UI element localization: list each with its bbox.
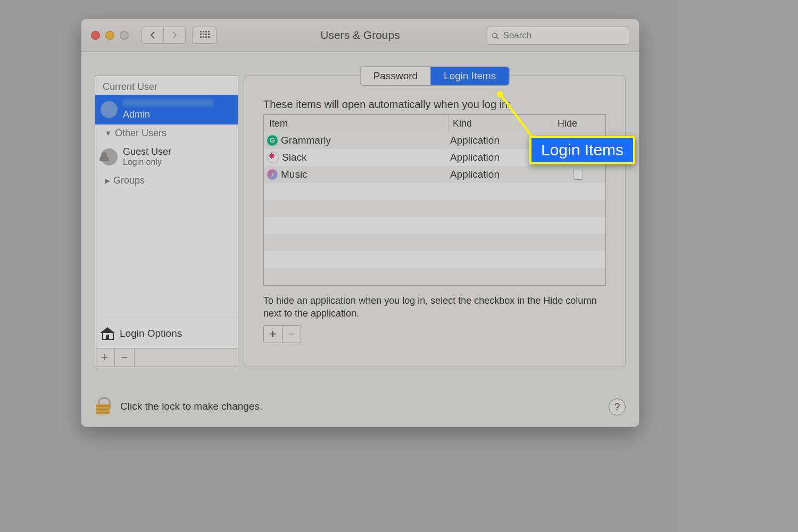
login-items-add-remove: + − (263, 325, 301, 343)
sidebar-add-remove: + − (95, 348, 238, 367)
app-icon (267, 152, 279, 163)
search-field[interactable] (487, 27, 629, 45)
item-name: Slack (282, 152, 306, 163)
svg-line-1 (496, 37, 498, 39)
disclosure-down-icon: ▼ (105, 129, 112, 137)
groups-label: Groups (113, 175, 145, 186)
grid-icon (200, 31, 209, 39)
hide-checkbox[interactable] (573, 170, 583, 180)
disclosure-right-icon: ▶ (105, 177, 110, 185)
house-icon (101, 328, 114, 339)
hide-hint: To hide an application when you log in, … (263, 294, 606, 320)
avatar-icon (101, 101, 118, 118)
titlebar: Users & Groups (81, 19, 639, 52)
add-login-item-button[interactable]: + (264, 326, 282, 343)
app-icon: G (267, 135, 278, 146)
search-icon (492, 32, 499, 40)
window-controls (91, 31, 129, 40)
minimize-icon[interactable] (105, 31, 114, 40)
main-panel: Password Login Items These items will op… (244, 76, 626, 367)
svg-point-0 (493, 33, 497, 37)
other-users-label: Other Users (115, 128, 167, 139)
app-icon (267, 169, 278, 180)
guest-user-sub: Login only (123, 157, 171, 167)
lock-icon[interactable] (95, 397, 111, 415)
callout-label: Login Items (529, 136, 635, 164)
back-button[interactable] (142, 27, 164, 43)
item-name: Grammarly (281, 135, 331, 146)
show-all-button[interactable] (192, 27, 217, 44)
table-row (264, 268, 605, 285)
table-row (264, 251, 605, 268)
current-user-role: Admin (123, 109, 150, 120)
table-row (264, 217, 605, 234)
table-row (264, 234, 605, 251)
avatar-icon (101, 148, 118, 165)
search-input[interactable] (502, 30, 625, 41)
col-item[interactable]: Item (264, 115, 448, 132)
table-row[interactable]: MusicApplication (264, 166, 605, 183)
table-header: Item Kind Hide (264, 115, 605, 132)
current-user-name (123, 99, 213, 106)
login-items-caption: These items will open automatically when… (263, 98, 606, 111)
forward-button (164, 27, 185, 43)
col-kind[interactable]: Kind (448, 115, 553, 132)
current-user-label: Current User (95, 76, 238, 95)
tab-login-items[interactable]: Login Items (431, 67, 509, 85)
guest-user-row[interactable]: Guest User Login only (95, 142, 238, 172)
add-user-button[interactable]: + (95, 348, 115, 367)
table-row (264, 183, 605, 200)
login-options-label: Login Options (120, 328, 182, 339)
item-name: Music (281, 169, 307, 180)
other-users-header[interactable]: ▼ Other Users (95, 124, 238, 142)
users-sidebar: Current User Admin ▼ Other Users Guest U… (95, 76, 238, 367)
groups-header[interactable]: ▶ Groups (95, 172, 238, 189)
tabs: Password Login Items (360, 66, 510, 86)
lock-text: Click the lock to make changes. (120, 401, 262, 412)
help-button[interactable]: ? (609, 398, 626, 415)
item-kind: Application (446, 169, 550, 180)
close-icon[interactable] (91, 31, 100, 40)
table-row (264, 200, 605, 217)
remove-user-button[interactable]: − (115, 348, 135, 367)
nav-buttons (142, 27, 186, 44)
zoom-icon (120, 31, 129, 40)
lock-row: Click the lock to make changes. (95, 397, 262, 415)
tab-password[interactable]: Password (361, 67, 431, 85)
current-user-row[interactable]: Admin (95, 95, 238, 124)
col-hide[interactable]: Hide (553, 118, 605, 129)
remove-login-item-button: − (282, 326, 301, 343)
guest-user-name: Guest User (123, 147, 171, 157)
preferences-window: Users & Groups Current User Admin ▼ Othe… (81, 19, 639, 427)
login-options-row[interactable]: Login Options (95, 319, 238, 348)
